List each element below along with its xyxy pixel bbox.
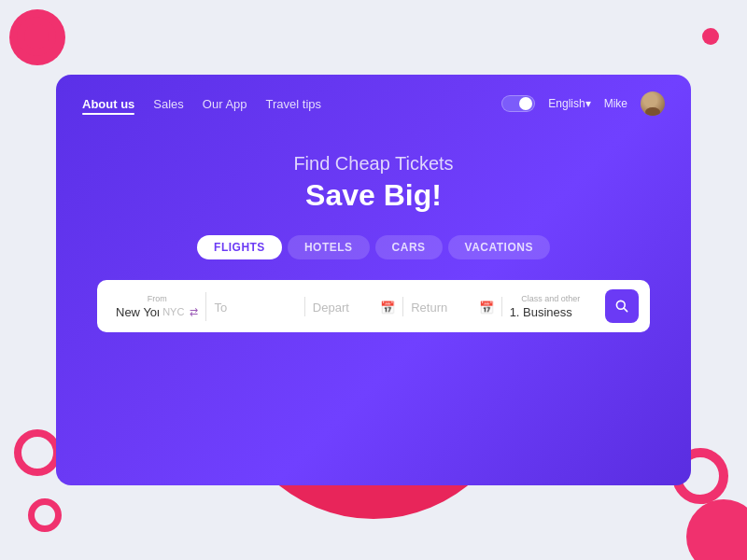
main-card: About us Sales Our App Travel tips Engli…	[56, 75, 691, 485]
search-tabs: FLIGHTS HOTELS CARS VACATIONS	[75, 235, 672, 259]
city-code: NYC	[162, 306, 184, 317]
depart-calendar-icon[interactable]: 📅	[380, 301, 395, 315]
tab-cars[interactable]: CARS	[375, 235, 443, 259]
hero-subtitle: Find Cheap Tickets	[75, 153, 672, 175]
from-input[interactable]	[116, 305, 159, 319]
deco-ring-bottom-left2	[28, 498, 62, 532]
search-icon	[614, 299, 629, 314]
class-select[interactable]: 1. Business 2. Economy 3. First Class	[510, 305, 592, 319]
search-form: From NYC ⇄ 📅	[97, 280, 650, 332]
navbar: About us Sales Our App Travel tips Engli…	[56, 75, 691, 125]
hero-title: Save Big!	[75, 178, 672, 213]
avatar-image	[641, 91, 665, 116]
return-group: 📅	[403, 297, 501, 316]
svg-line-3	[624, 308, 627, 312]
to-input[interactable]	[214, 301, 296, 315]
nav-our-app[interactable]: Our App	[203, 97, 247, 111]
tab-vacations[interactable]: VACATIONS	[448, 235, 550, 259]
to-group	[206, 297, 304, 316]
deco-circle-bottom-right	[686, 499, 747, 560]
class-input-row: 1. Business 2. Economy 3. First Class	[510, 305, 592, 319]
nav-sales[interactable]: Sales	[153, 97, 184, 111]
depart-input[interactable]	[313, 301, 376, 315]
from-group: From NYC ⇄	[108, 292, 206, 321]
svg-point-0	[648, 96, 657, 105]
nav-about-us[interactable]: About us	[82, 97, 134, 111]
return-input[interactable]	[411, 301, 474, 315]
swap-icon[interactable]: ⇄	[190, 306, 198, 318]
deco-circle-top-right	[702, 28, 719, 45]
depart-group: 📅	[305, 297, 403, 316]
tab-flights[interactable]: FLIGHTS	[197, 235, 282, 259]
language-selector[interactable]: English▾	[548, 97, 590, 110]
depart-input-row: 📅	[313, 301, 395, 315]
deco-ring-bottom-left	[14, 429, 61, 476]
deco-ring-top-left	[17, 17, 56, 56]
from-input-row: NYC ⇄	[116, 305, 198, 319]
return-calendar-icon[interactable]: 📅	[479, 301, 494, 315]
theme-toggle[interactable]	[501, 95, 535, 112]
nav-travel-tips[interactable]: Travel tips	[266, 97, 321, 111]
to-input-row	[214, 301, 296, 315]
svg-point-1	[645, 107, 660, 116]
avatar[interactable]	[641, 91, 665, 116]
deco-circle-top-left	[9, 9, 65, 65]
from-label: From	[116, 294, 198, 303]
user-name-label: Mike	[604, 97, 627, 110]
nav-right: English▾ Mike	[501, 91, 665, 116]
tab-hotels[interactable]: HOTELS	[288, 235, 370, 259]
hero-section: Find Cheap Tickets Save Big! FLIGHTS HOT…	[56, 125, 691, 485]
class-label: Class and other	[510, 294, 592, 303]
search-button[interactable]	[605, 289, 639, 323]
return-input-row: 📅	[411, 301, 493, 315]
class-group: Class and other 1. Business 2. Economy 3…	[502, 292, 599, 321]
